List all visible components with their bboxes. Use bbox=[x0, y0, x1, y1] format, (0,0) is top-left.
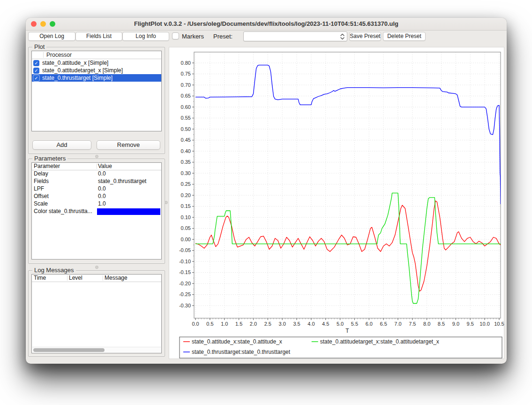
x-axis-tick-label: 3.5 bbox=[293, 321, 300, 327]
x-axis-tick-label: 7.5 bbox=[409, 321, 416, 327]
flightplot-window: FlightPlot v.0.3.2 - /Users/oleg/Documen… bbox=[26, 18, 507, 364]
plot-list[interactable]: Processor ✓state_0.attitude_x [Simple]✓s… bbox=[31, 51, 162, 131]
parameters-table[interactable]: Parameter Value Delay0.0Fieldsstate_0.th… bbox=[31, 162, 162, 260]
combo-stepper-icon[interactable] bbox=[339, 33, 345, 40]
color-swatch[interactable] bbox=[97, 208, 160, 215]
y-axis-tick-label: 0.25 bbox=[181, 181, 191, 187]
title-bar[interactable]: FlightPlot v.0.3.2 - /Users/oleg/Documen… bbox=[26, 18, 507, 31]
plot-list-item[interactable]: ✓state_0.attitudetarget_x [Simple] bbox=[32, 67, 161, 74]
x-axis-tick-label: 0.5 bbox=[206, 321, 213, 327]
checked-checkbox-icon[interactable]: ✓ bbox=[33, 75, 39, 81]
log-messages-table[interactable]: Time Level Message bbox=[31, 274, 162, 353]
chart-panel[interactable]: -0.30-0.25-0.20-0.15-0.10-0.050.000.050.… bbox=[169, 47, 504, 359]
time-column-header: Time bbox=[34, 275, 46, 282]
plot-item-label: state_0.attitude_x [Simple] bbox=[42, 60, 108, 66]
zoom-window-button[interactable] bbox=[50, 21, 55, 27]
parameter-row[interactable]: Fieldsstate_0.thrusttarget bbox=[32, 178, 161, 185]
log-messages-panel: Log Messages Time Level Message bbox=[28, 270, 165, 357]
parameter-name: Fields bbox=[34, 178, 49, 185]
plot-item-label: state_0.attitudetarget_x [Simple] bbox=[42, 67, 123, 74]
x-axis-tick-label: 10.0 bbox=[480, 321, 489, 327]
x-axis-tick-label: 5.0 bbox=[337, 321, 344, 327]
delete-preset-button[interactable]: Delete Preset bbox=[383, 32, 426, 41]
open-log-button[interactable]: Open Log bbox=[28, 32, 75, 41]
log-messages-panel-title: Log Messages bbox=[32, 267, 76, 274]
horizontal-splitter-handle-2[interactable] bbox=[95, 266, 98, 269]
plot-panel: Plot Processor ✓state_0.attitude_x [Simp… bbox=[28, 47, 165, 154]
y-axis-tick-label: -0.05 bbox=[179, 247, 191, 253]
remove-button[interactable]: Remove bbox=[97, 140, 160, 150]
x-axis-tick-label: 8.5 bbox=[438, 321, 445, 327]
y-axis-tick-label: -0.20 bbox=[179, 281, 191, 286]
y-axis-tick-label: 0.20 bbox=[181, 192, 191, 198]
plot-list-item[interactable]: ✓state_0.attitude_x [Simple] bbox=[32, 59, 161, 67]
parameter-row[interactable]: Scale1.0 bbox=[32, 200, 161, 208]
y-axis-tick-label: 0.70 bbox=[181, 82, 191, 88]
y-axis-tick-label: -0.25 bbox=[179, 291, 191, 297]
x-axis-title: T bbox=[345, 328, 349, 334]
x-axis-tick-label: 1.5 bbox=[235, 321, 242, 327]
parameter-value[interactable]: state_0.thrusttarget bbox=[98, 178, 146, 185]
y-axis-tick-label: -0.15 bbox=[179, 269, 191, 275]
minimize-window-button[interactable] bbox=[40, 21, 46, 27]
log-table-hscrollbar-thumb[interactable] bbox=[33, 348, 105, 352]
add-button[interactable]: Add bbox=[32, 140, 91, 150]
x-axis-tick-label: 4.5 bbox=[322, 321, 329, 327]
parameter-value[interactable]: 0.0 bbox=[98, 170, 106, 177]
x-axis-tick-label: 9.0 bbox=[452, 321, 459, 327]
preset-label: Preset: bbox=[213, 33, 232, 40]
flight-plot-chart[interactable]: -0.30-0.25-0.20-0.15-0.10-0.050.000.050.… bbox=[169, 47, 505, 359]
parameter-row[interactable]: Delay0.0 bbox=[32, 170, 161, 178]
save-preset-button[interactable]: Save Preset bbox=[349, 32, 381, 41]
y-axis-tick-label: 0.30 bbox=[181, 170, 191, 176]
value-column-header: Value bbox=[98, 163, 112, 170]
parameter-name: LPF bbox=[34, 185, 44, 192]
y-axis-tick-label: -0.10 bbox=[179, 259, 191, 264]
parameters-panel-title: Parameters bbox=[32, 155, 67, 162]
horizontal-splitter-handle-1[interactable] bbox=[95, 155, 98, 158]
checked-checkbox-icon[interactable]: ✓ bbox=[33, 60, 39, 66]
x-axis-tick-label: 4.0 bbox=[307, 321, 315, 327]
checked-checkbox-icon[interactable]: ✓ bbox=[33, 68, 39, 74]
x-axis-tick-label: 5.5 bbox=[351, 321, 358, 327]
y-axis-tick-label: 0.10 bbox=[181, 214, 191, 220]
parameter-name: Scale bbox=[34, 200, 48, 207]
parameter-value[interactable]: 1.0 bbox=[98, 200, 106, 207]
parameters-table-body: Delay0.0Fieldsstate_0.thrusttargetLPF0.0… bbox=[32, 170, 161, 215]
parameters-panel: Parameters Parameter Value Delay0.0Field… bbox=[28, 159, 165, 264]
x-axis-tick-label: 9.5 bbox=[467, 321, 474, 327]
window-title: FlightPlot v.0.3.2 - /Users/oleg/Documen… bbox=[26, 18, 507, 30]
markers-checkbox[interactable] bbox=[172, 32, 179, 39]
legend-entry: state_0.thrusttarget:state_0.thrusttarge… bbox=[192, 349, 291, 355]
fields-list-button[interactable]: Fields List bbox=[75, 32, 122, 41]
preset-combobox[interactable] bbox=[243, 31, 347, 41]
x-axis-tick-label: 2.5 bbox=[264, 321, 271, 327]
y-axis-tick-label: 0.60 bbox=[181, 104, 191, 110]
y-axis-tick-label: 0.00 bbox=[181, 237, 191, 242]
y-axis-tick-label: 0.65 bbox=[181, 93, 191, 99]
y-axis-tick-label: 0.35 bbox=[181, 159, 191, 165]
legend-entry: state_0.attitudetarget_x:state_0.attitud… bbox=[320, 338, 439, 345]
markers-label: Markers bbox=[182, 33, 204, 40]
parameter-value[interactable]: 0.0 bbox=[98, 185, 106, 192]
parameter-value[interactable]: 0.0 bbox=[98, 193, 106, 200]
legend-entry: state_0.attitude_x:state_0.attitude_x bbox=[192, 338, 282, 345]
y-axis-tick-label: 0.15 bbox=[181, 203, 191, 209]
y-axis-tick-label: 0.75 bbox=[181, 71, 191, 76]
vertical-splitter-handle[interactable] bbox=[165, 201, 168, 204]
plot-list-body: ✓state_0.attitude_x [Simple]✓state_0.att… bbox=[32, 59, 161, 82]
parameter-row[interactable]: Offset0.0 bbox=[32, 193, 161, 200]
close-window-button[interactable] bbox=[31, 21, 37, 27]
plot-list-header[interactable]: Processor bbox=[32, 51, 161, 59]
parameter-color-row[interactable]: Color state_0.thrustta... bbox=[32, 208, 161, 215]
log-info-button[interactable]: Log Info bbox=[122, 32, 169, 41]
y-axis-tick-label: 0.45 bbox=[181, 137, 191, 143]
x-axis-tick-label: 6.5 bbox=[380, 321, 387, 327]
x-axis-tick-label: 2.0 bbox=[250, 321, 257, 327]
log-table-hscrollbar[interactable] bbox=[32, 347, 161, 352]
y-axis-tick-label: 0.40 bbox=[181, 148, 191, 154]
plot-list-item[interactable]: ✓state_0.thrusttarget [Simple] bbox=[32, 74, 161, 82]
parameter-row[interactable]: LPF0.0 bbox=[32, 185, 161, 193]
y-axis-tick-label: 0.05 bbox=[181, 225, 191, 231]
x-axis-tick-label: 8.0 bbox=[423, 321, 430, 327]
